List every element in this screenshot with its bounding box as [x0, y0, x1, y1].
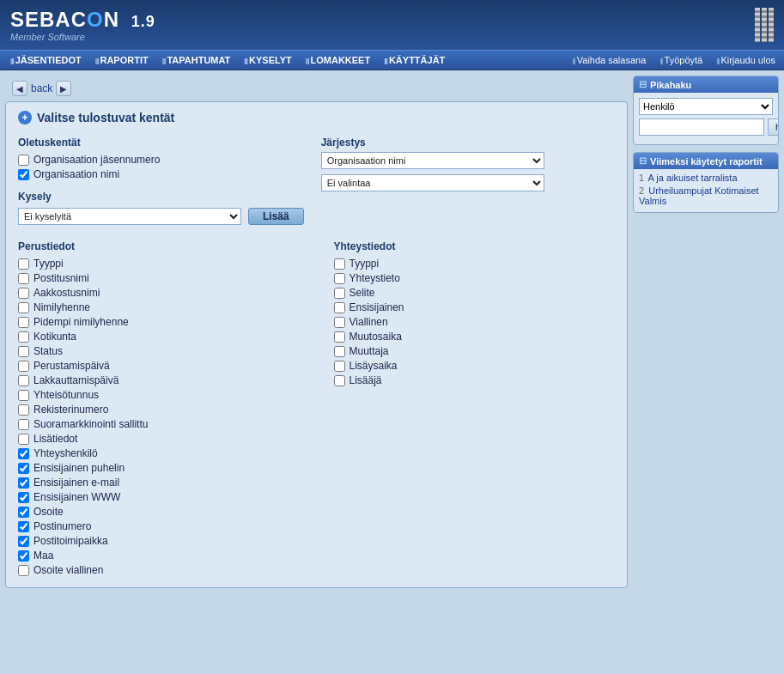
pikahaku-dropdown-row: Henkilö Organisaatio [639, 98, 773, 115]
perus-check-kotikunta[interactable] [18, 331, 29, 343]
perus-check-maa[interactable] [18, 550, 29, 562]
logo-subtitle: Member Software [10, 32, 155, 42]
jarjestys-dropdown-1[interactable]: Organisaation nimi Jäsennumero [321, 152, 544, 169]
perus-check-ensisijainen-www[interactable] [18, 492, 29, 503]
back-arrow-button[interactable]: ◀ [12, 81, 27, 96]
pikahaku-content: Henkilö Organisaatio hae [634, 93, 778, 144]
perus-check-lakkauttamispaiva[interactable] [18, 375, 29, 386]
pikahaku-select[interactable]: Henkilö Organisaatio [639, 98, 773, 115]
forward-arrow-button[interactable]: ▶ [56, 81, 71, 96]
yhteys-check-muutosaika[interactable] [334, 331, 345, 343]
header-stripes [755, 8, 774, 42]
recent-report-1[interactable]: 1 A ja aikuiset tarralista [639, 173, 773, 183]
pikahaku-box: Pikahaku Henkilö Organisaatio hae [633, 76, 779, 145]
form-columns: Oletuskentät Organisaation jäsennumero O… [18, 137, 615, 232]
perus-check-tyyppi[interactable] [18, 258, 29, 270]
main-section-box: + Valitse tulostuvat kentät Oletuskentät… [5, 101, 628, 588]
kysely-section: Kysely Ei kyselyitä Lisää [18, 191, 304, 225]
yhteys-check-muuttaja[interactable] [334, 346, 345, 357]
oletuskentat-item-2: Organisaation nimi [18, 168, 304, 180]
perus-check-postinumero[interactable] [18, 521, 29, 532]
nav-right: Vaihda salasana Työpöytä Kirjaudu ulos [568, 53, 781, 67]
nav-tyopoyta[interactable]: Työpöytä [654, 53, 708, 67]
perus-check-ensisijainen-email[interactable] [18, 477, 29, 489]
lisaa-button[interactable]: Lisää [248, 208, 304, 225]
yhteys-check-ensisijainen[interactable] [334, 302, 345, 313]
nav-jasentieto[interactable]: JÄSENTIEDOT [3, 53, 88, 67]
pikahaku-input[interactable] [639, 118, 764, 136]
perus-check-perustamispaiva[interactable] [18, 361, 29, 372]
perus-check-osoite[interactable] [18, 507, 29, 518]
jarjestys-group: Järjestys Organisaation nimi Jäsennumero… [321, 137, 615, 191]
oletuskentat-label-1: Organisaation jäsennumero [33, 154, 160, 166]
oletuskentat-label-2: Organisaation nimi [33, 168, 119, 180]
perus-check-pidempi-nimilyhenne[interactable] [18, 317, 29, 328]
yhteys-check-tyyppi[interactable] [334, 258, 345, 270]
logo-area: SEBACON 1.9 Member Software [10, 8, 155, 42]
checkbox-columns: Perustiedot Tyyppi Postitusnimi Aakkostu… [18, 240, 615, 579]
perus-check-postitusnimi[interactable] [18, 273, 29, 284]
logo-text: SEBACON 1.9 [10, 8, 155, 32]
nav-lomakkeet[interactable]: LOMAKKEET [299, 53, 377, 67]
jarjestys-dropdown-2[interactable]: Ei valintaa Organisaation nimi [321, 174, 544, 191]
perus-check-osoite-viallinen[interactable] [18, 565, 29, 576]
yhteys-check-lisaaja[interactable] [334, 375, 345, 386]
oletuskentat-title: Oletuskentät [18, 137, 304, 149]
back-nav: ◀ back ▶ [5, 76, 628, 101]
perus-check-aakkostusnimi[interactable] [18, 288, 29, 299]
yhteys-check-selite[interactable] [334, 288, 345, 299]
nav-kayttajat[interactable]: KÄYTTÄJÄT [377, 53, 452, 67]
left-panel: ◀ back ▶ + Valitse tulostuvat kentät Ole… [5, 76, 628, 588]
perus-check-yhteisotunnus[interactable] [18, 390, 29, 401]
recent-reports-list: 1 A ja aikuiset tarralista 2 Urheiluampu… [634, 169, 778, 212]
perus-check-lisatiedot[interactable] [18, 434, 29, 445]
kysely-title: Kysely [18, 191, 304, 203]
yhteys-check-lisaysaika[interactable] [334, 361, 345, 372]
nav-raportit[interactable]: RAPORTIT [88, 53, 155, 67]
recent-reports-box: Viimeksi käytetyt raportit 1 A ja aikuis… [633, 152, 779, 213]
form-right-col: Järjestys Organisaation nimi Jäsennumero… [321, 137, 615, 232]
perus-check-ensisijainen-puhelin[interactable] [18, 463, 29, 474]
yhteystiedot-title: Yhteystiedot [334, 240, 616, 252]
yhteystiedot-col: Yhteystiedot Tyyppi Yhteystieto Selite E… [334, 240, 616, 579]
logo-name: SEBACON [10, 8, 119, 31]
perustiedot-title: Perustiedot [18, 240, 300, 252]
content-area: ◀ back ▶ + Valitse tulostuvat kentät Ole… [0, 70, 784, 593]
navbar: JÄSENTIEDOT RAPORTIT TAPAHTUMAT KYSELYT … [0, 50, 784, 70]
nav-kirjaudu-ulos[interactable]: Kirjaudu ulos [711, 53, 781, 67]
perus-check-status[interactable] [18, 346, 29, 357]
nav-tapahtumat[interactable]: TAPAHTUMAT [155, 53, 238, 67]
back-link[interactable]: back [31, 82, 52, 94]
hae-button[interactable]: hae [768, 118, 779, 136]
yhteys-check-yhteystieto[interactable] [334, 273, 345, 284]
plus-icon: + [18, 111, 32, 124]
jarjestys-title: Järjestys [321, 137, 615, 149]
perus-check-suoramarkkinointi[interactable] [18, 419, 29, 430]
logo-version: 1.9 [131, 13, 155, 30]
recent-report-2[interactable]: 2 Urheiluampujat Kotimaiset Valmis [639, 185, 773, 206]
section-title: + Valitse tulostuvat kentät [18, 111, 615, 124]
form-left-col: Oletuskentät Organisaation jäsennumero O… [18, 137, 304, 232]
kysely-dropdown[interactable]: Ei kyselyitä [18, 208, 241, 225]
yhteys-check-viallinen[interactable] [334, 317, 345, 328]
oletuskentat-item-1: Organisaation jäsennumero [18, 154, 304, 166]
oletuskentat-check-1[interactable] [18, 155, 29, 166]
header: SEBACON 1.9 Member Software [0, 0, 784, 50]
right-sidebar: Pikahaku Henkilö Organisaatio hae Viimek… [633, 76, 779, 588]
perus-check-rekisterinumero[interactable] [18, 404, 29, 416]
perustiedot-col: Perustiedot Tyyppi Postitusnimi Aakkostu… [18, 240, 300, 579]
perus-check-nimilyhenne[interactable] [18, 302, 29, 313]
kysely-row: Ei kyselyitä Lisää [18, 208, 304, 225]
nav-vaihda-salasana[interactable]: Vaihda salasana [568, 53, 652, 67]
perus-check-postitoimipaikka[interactable] [18, 536, 29, 547]
perus-check-yhteyshenkilö[interactable] [18, 448, 29, 459]
nav-kyselyt[interactable]: KYSELYT [237, 53, 298, 67]
pikahaku-input-row: hae [639, 118, 773, 136]
pikahaku-title: Pikahaku [634, 76, 778, 93]
recent-reports-title: Viimeksi käytetyt raportit [634, 153, 778, 169]
oletuskentat-check-2[interactable] [18, 169, 29, 180]
